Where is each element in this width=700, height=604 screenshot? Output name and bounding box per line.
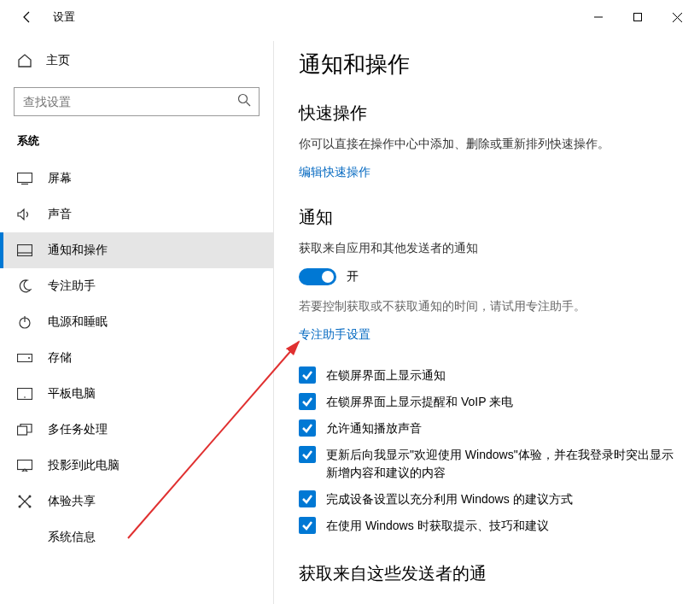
cb-lockscreen-voip[interactable]	[299, 393, 316, 410]
svg-point-23	[29, 506, 32, 508]
focus-assist-link[interactable]: 专注助手设置	[299, 327, 370, 343]
focus-assist-hint: 若要控制获取或不获取通知的时间，请试用专注助手。	[299, 299, 674, 314]
sidebar-item-label: 专注助手	[48, 279, 96, 294]
cb-label: 允许通知播放声音	[326, 419, 422, 437]
back-button[interactable]	[17, 7, 38, 27]
window-title: 设置	[53, 9, 75, 25]
search-input[interactable]	[14, 87, 260, 116]
toggle-state-label: 开	[347, 269, 359, 284]
svg-rect-8	[18, 245, 32, 256]
cb-sounds[interactable]	[299, 419, 316, 437]
maximize-button[interactable]	[618, 3, 657, 31]
minimize-button[interactable]	[579, 3, 618, 31]
notifications-desc: 获取来自应用和其他发送者的通知	[299, 241, 674, 256]
sidebar-item-display[interactable]: 屏幕	[0, 161, 273, 196]
sidebar-item-tablet[interactable]: 平板电脑	[0, 376, 273, 412]
cb-setup[interactable]	[299, 490, 316, 507]
power-icon	[17, 314, 32, 330]
sidebar-item-multitasking[interactable]: 多任务处理	[0, 412, 273, 448]
search-icon	[237, 93, 251, 110]
cb-label: 在锁屏界面上显示通知	[326, 367, 446, 384]
sidebar-section-label: 系统	[0, 133, 273, 161]
sidebar-item-focus-assist[interactable]: 专注助手	[0, 268, 273, 304]
window-controls	[579, 3, 697, 31]
notifications-toggle[interactable]	[299, 268, 336, 285]
sidebar-item-label: 存储	[48, 350, 72, 366]
svg-rect-16	[18, 426, 27, 435]
svg-point-15	[24, 396, 26, 398]
svg-rect-17	[18, 460, 32, 470]
close-button[interactable]	[657, 3, 697, 31]
project-icon	[17, 458, 32, 473]
home-label: 主页	[46, 53, 70, 68]
cb-tips[interactable]	[299, 517, 316, 534]
page-title: 通知和操作	[299, 50, 674, 79]
multitask-icon	[17, 422, 32, 437]
quick-actions-desc: 你可以直接在操作中心中添加、删除或重新排列快速操作。	[299, 137, 674, 152]
sidebar-item-power[interactable]: 电源和睡眠	[0, 304, 273, 340]
senders-heading: 获取来自这些发送者的通	[299, 562, 674, 585]
cb-welcome[interactable]	[299, 446, 316, 463]
sidebar-item-projecting[interactable]: 投影到此电脑	[0, 448, 273, 484]
cb-label: 完成设备设置以充分利用 Windows 的建议方式	[326, 490, 573, 508]
quick-actions-heading: 快速操作	[299, 102, 674, 125]
display-icon	[17, 171, 32, 186]
tablet-icon	[17, 386, 32, 402]
svg-point-20	[19, 496, 21, 498]
svg-point-4	[239, 95, 248, 103]
storage-icon	[17, 350, 32, 366]
sidebar-item-label: 平板电脑	[48, 386, 96, 402]
svg-point-22	[19, 506, 21, 508]
share-icon	[17, 494, 32, 509]
sidebar-item-label: 屏幕	[48, 171, 72, 186]
divider	[273, 41, 274, 604]
svg-rect-6	[18, 173, 32, 183]
sidebar-item-storage[interactable]: 存储	[0, 340, 273, 376]
cb-label: 在锁屏界面上显示提醒和 VoIP 来电	[326, 393, 513, 411]
titlebar: 设置	[0, 0, 700, 34]
sidebar-item-label: 声音	[48, 207, 72, 222]
cb-lockscreen-notif[interactable]	[299, 367, 316, 384]
cb-label: 更新后向我显示"欢迎使用 Windows"体验，并在我登录时突出显示新增内容和建…	[326, 446, 674, 482]
svg-line-5	[247, 103, 251, 107]
edit-quick-actions-link[interactable]: 编辑快速操作	[299, 165, 370, 180]
sidebar-item-sound[interactable]: 声音	[0, 196, 273, 232]
info-icon	[17, 530, 32, 545]
sidebar-item-label: 电源和睡眠	[48, 314, 108, 330]
cb-label: 在使用 Windows 时获取提示、技巧和建议	[326, 517, 549, 535]
home-icon	[17, 53, 32, 68]
sidebar-item-about[interactable]: 系统信息	[0, 519, 273, 555]
sidebar-item-label: 多任务处理	[48, 422, 108, 437]
notifications-icon	[17, 243, 32, 258]
sidebar-item-notifications[interactable]: 通知和操作	[0, 232, 273, 268]
svg-point-21	[29, 496, 32, 498]
main-content: 通知和操作 快速操作 你可以直接在操作中心中添加、删除或重新排列快速操作。 编辑…	[273, 34, 700, 604]
notifications-heading: 通知	[299, 206, 674, 229]
sidebar-item-label: 系统信息	[48, 530, 96, 545]
sidebar-item-label: 通知和操作	[48, 243, 108, 258]
sound-icon	[17, 207, 32, 222]
moon-icon	[17, 279, 32, 294]
home-link[interactable]: 主页	[0, 44, 273, 77]
sidebar-item-label: 投影到此电脑	[48, 458, 120, 473]
sidebar: 主页 系统 屏幕 声音 通知和操作 专注助手 电源和睡眠	[0, 34, 273, 604]
svg-point-13	[28, 357, 30, 359]
sidebar-item-shared[interactable]: 体验共享	[0, 484, 273, 519]
sidebar-item-label: 体验共享	[48, 494, 96, 509]
svg-rect-1	[634, 14, 642, 21]
